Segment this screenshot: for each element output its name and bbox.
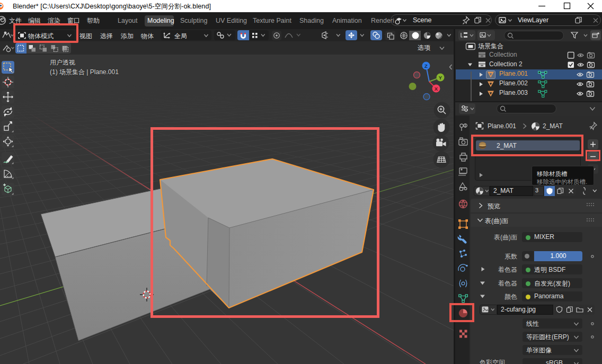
svg-text:Y: Y bbox=[439, 75, 442, 81]
svg-text:Z: Z bbox=[424, 63, 428, 69]
svg-text:X: X bbox=[435, 86, 438, 92]
